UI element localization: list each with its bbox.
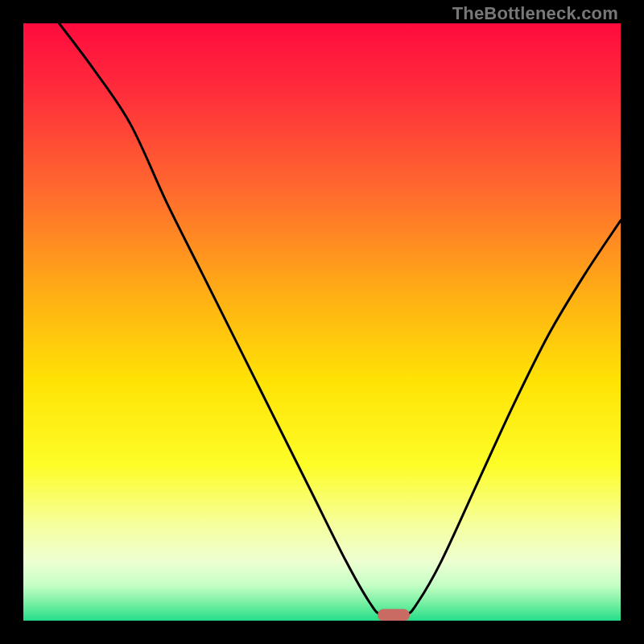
- plot-area: [23, 23, 621, 621]
- optimum-marker: [378, 609, 410, 621]
- bottleneck-curve: [23, 23, 621, 621]
- chart-frame: TheBottleneck.com: [0, 0, 644, 644]
- watermark-text: TheBottleneck.com: [452, 3, 618, 24]
- curve-path: [60, 23, 621, 616]
